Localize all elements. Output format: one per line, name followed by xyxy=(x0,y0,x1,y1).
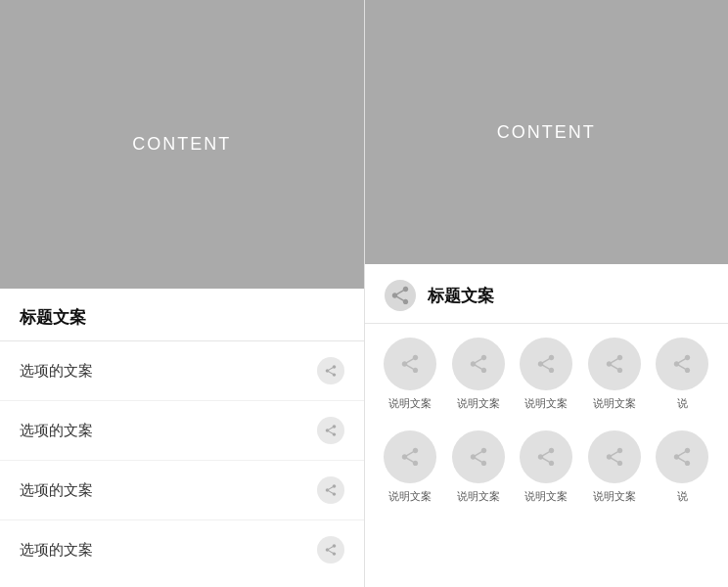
grid-item-icon xyxy=(588,338,641,390)
grid-item[interactable]: 说 xyxy=(649,338,717,411)
right-content-image: CONTENT xyxy=(365,0,729,264)
right-sheet-grid: 说明文案 说明文案 说明文案 xyxy=(365,324,729,510)
grid-item[interactable]: 说明文案 xyxy=(444,430,513,504)
grid-item-icon xyxy=(656,338,708,390)
grid-item[interactable]: 说明文案 xyxy=(580,338,649,411)
grid-item-label: 说明文案 xyxy=(388,489,432,504)
grid-item-label: 说明文案 xyxy=(524,396,568,411)
share-icon xyxy=(324,424,338,437)
grid-item-icon xyxy=(384,430,436,483)
grid-item-label: 说明文案 xyxy=(593,489,636,504)
grid-share-icon xyxy=(468,446,489,468)
grid-item[interactable]: 说明文案 xyxy=(377,338,445,411)
grid-item-label: 说明文案 xyxy=(388,396,432,411)
left-sheet-list: 选项的文案 选项的文案 选项的文案 选项的文案 xyxy=(0,341,364,579)
right-sheet-title: 标题文案 xyxy=(428,285,494,307)
grid-share-icon xyxy=(604,446,625,468)
list-item[interactable]: 选项的文案 xyxy=(0,341,364,401)
grid-item-icon xyxy=(588,430,641,483)
grid-item-label: 说 xyxy=(677,489,688,504)
left-panel: CONTENT 标题文案 选项的文案 选项的文案 选项的文案 xyxy=(0,0,364,587)
grid-share-icon xyxy=(399,446,421,468)
grid-item-icon xyxy=(384,338,436,390)
grid-item-icon xyxy=(656,430,708,483)
grid-item[interactable]: 说明文案 xyxy=(580,430,649,504)
list-item[interactable]: 选项的文案 xyxy=(0,461,364,520)
grid-item[interactable]: 说明文案 xyxy=(513,430,581,504)
share-icon xyxy=(324,543,338,557)
grid-item-label: 说明文案 xyxy=(524,489,568,504)
list-item-icon xyxy=(317,536,344,564)
list-item[interactable]: 选项的文案 xyxy=(0,401,364,461)
grid-share-icon xyxy=(399,353,421,375)
grid-item-label: 说 xyxy=(677,396,688,411)
grid-item[interactable]: 说明文案 xyxy=(513,338,581,411)
left-content-label: CONTENT xyxy=(132,134,231,155)
right-panel: CONTENT 标题文案 说明文案 xyxy=(364,0,729,587)
list-item-label: 选项的文案 xyxy=(20,422,93,440)
grid-item-icon xyxy=(520,430,572,483)
left-content-image: CONTENT xyxy=(0,0,364,289)
grid-row: 说明文案 说明文案 说明文案 xyxy=(365,417,729,510)
left-sheet-title: 标题文案 xyxy=(0,289,364,341)
share-icon xyxy=(324,483,338,497)
grid-item-label: 说明文案 xyxy=(457,489,500,504)
list-item-label: 选项的文案 xyxy=(20,362,93,381)
grid-item-label: 说明文案 xyxy=(593,396,636,411)
grid-share-icon xyxy=(468,353,489,375)
right-sheet-header-icon xyxy=(385,280,416,311)
grid-item-icon xyxy=(452,338,505,390)
grid-item[interactable]: 说明文案 xyxy=(444,338,513,411)
grid-item-label: 说明文案 xyxy=(457,396,500,411)
grid-item-icon xyxy=(452,430,505,483)
right-sheet-header: 标题文案 xyxy=(365,264,729,324)
header-share-icon xyxy=(389,285,411,306)
right-sheet: 标题文案 说明文案 说明文案 xyxy=(365,264,729,587)
left-sheet: 标题文案 选项的文案 选项的文案 选项的文案 xyxy=(0,289,364,587)
grid-share-icon xyxy=(604,353,625,375)
list-item-icon xyxy=(317,357,344,384)
list-item-icon xyxy=(317,476,344,504)
list-item-label: 选项的文案 xyxy=(20,541,93,560)
grid-share-icon xyxy=(535,353,557,375)
right-content-label: CONTENT xyxy=(497,122,596,143)
grid-row: 说明文案 说明文案 说明文案 xyxy=(365,324,729,417)
grid-item-icon xyxy=(520,338,572,390)
list-item-icon xyxy=(317,417,344,444)
grid-item[interactable]: 说 xyxy=(649,430,717,504)
grid-item[interactable]: 说明文案 xyxy=(377,430,445,504)
grid-share-icon xyxy=(535,446,557,468)
list-item[interactable]: 选项的文案 xyxy=(0,520,364,579)
share-icon xyxy=(324,364,338,378)
grid-share-icon xyxy=(671,446,693,468)
grid-share-icon xyxy=(671,353,693,375)
list-item-label: 选项的文案 xyxy=(20,481,93,500)
